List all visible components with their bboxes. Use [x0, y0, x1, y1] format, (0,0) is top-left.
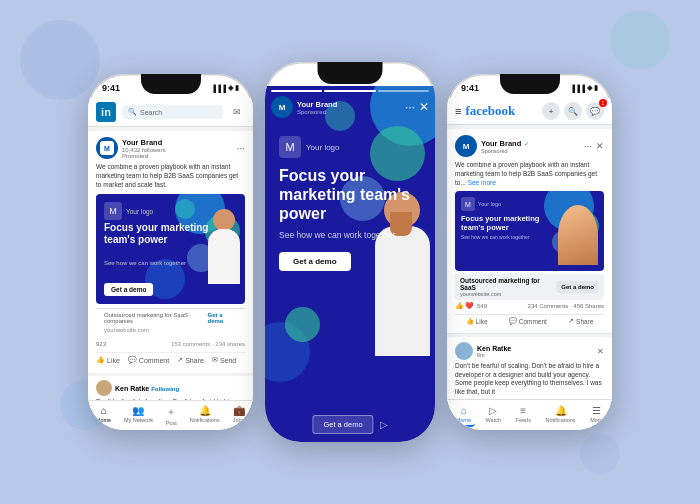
fb-ad-sub: See how we can work together	[461, 234, 558, 240]
fb-see-more[interactable]: See more	[468, 179, 496, 186]
story-logo-box: M	[279, 136, 301, 158]
fb-nav-more[interactable]: ☰ More	[586, 403, 607, 427]
fb-ad-footer: Outsourced marketing for SaaS yourwebsit…	[455, 274, 604, 300]
fb-ad-left: M Your logo Focus your marketing team's …	[461, 197, 558, 265]
fb-comment-action[interactable]: 💬Comment	[509, 317, 547, 325]
wifi-icon-c: ◈	[410, 72, 415, 80]
story-more-icon[interactable]: ···	[405, 100, 415, 114]
fb-header-icons: + 🔍 💬 1	[542, 102, 604, 120]
fb-post-text: We combine a proven playbook with an ins…	[455, 160, 604, 187]
li-send-action[interactable]: ✉Send	[212, 356, 236, 364]
battery-icon-r: ▮	[594, 84, 598, 92]
post-icon: ＋	[166, 405, 176, 419]
li-engagement: 153 comments · 234 shares	[171, 341, 245, 347]
fb-comment-text: Don't be fearful of scaling. Don't be af…	[455, 362, 604, 396]
fb-nav-home[interactable]: ⌂ Home	[452, 403, 475, 427]
li-footer-row: Outsourced marketing for SaaS companies …	[104, 312, 237, 324]
prog-bar-2	[324, 90, 375, 92]
fb-commenter-name: Ken Ratke	[477, 345, 511, 352]
fb-nav-feeds[interactable]: ≡ Feeds	[512, 403, 535, 427]
fb-sponsored: Sponsored	[481, 148, 580, 154]
li-post-header: M Your Brand 10,432 followers Promoted ·…	[96, 137, 245, 159]
story-bottom: Get a demo ▷	[312, 415, 387, 434]
story-cta-button[interactable]: Get a demo	[279, 252, 351, 271]
fb-share-action[interactable]: ↗Share	[568, 317, 593, 325]
fb-watch-icon: ▷	[489, 405, 497, 416]
fb-bell-icon: 🔔	[555, 405, 567, 416]
signal-icon-r: ▐▐▐	[570, 85, 585, 92]
li-comment-action[interactable]: 💬Comment	[128, 356, 169, 364]
fb-ad-cta-button[interactable]: Get a demo	[556, 281, 599, 293]
fb-comments-count: 234 Comments · 456 Shares	[528, 303, 604, 309]
story-close-icon[interactable]: ✕	[419, 100, 429, 114]
fb-messenger-icon[interactable]: 💬 1	[586, 102, 604, 120]
li-brand-avatar: M	[96, 137, 118, 159]
story-content: M Your logo Focus your marketing team's …	[279, 136, 421, 271]
li-sponsored: Promoted	[122, 153, 233, 159]
li-nav-jobs[interactable]: 💼 Jobs	[233, 405, 245, 426]
linkedin-header: in 🔍 Search ✉	[88, 98, 253, 127]
status-time-right: 9:41	[461, 83, 479, 93]
fb-ad-content: M Your logo Focus your marketing team's …	[461, 197, 598, 265]
home-icon: ⌂	[101, 405, 107, 416]
network-icon: 👥	[132, 405, 144, 416]
thumbs-up-react: 👍	[455, 302, 464, 310]
linkedin-screen: in 🔍 Search ✉ M Your Brand	[88, 98, 253, 430]
li-message-icon[interactable]: ✉	[229, 104, 245, 120]
fb-reaction-count: 549	[477, 303, 487, 309]
fb-screen: ≡ facebook + 🔍 💬 1 M	[447, 98, 612, 430]
li-search-bar[interactable]: 🔍 Search	[122, 105, 223, 119]
phone-center: 9:41 ▐▐▐ ◈ ▮ M Your Brand Spons	[265, 62, 435, 442]
li-like-action[interactable]: 👍Like	[96, 356, 120, 364]
story-logo-label: Your logo	[306, 143, 340, 152]
li-post-text: We combine a proven playbook with an ins…	[96, 162, 245, 189]
bell-icon: 🔔	[199, 405, 211, 416]
li-footer-cta[interactable]: Get a demo	[208, 312, 237, 324]
li-reactions: 923 153 comments · 234 shares	[96, 339, 245, 349]
fb-more-options[interactable]: ···	[584, 141, 592, 152]
fb-comment-time: 6m	[477, 352, 511, 358]
fb-nav-notifications[interactable]: 🔔 Notifications	[542, 403, 580, 427]
story-send-icon[interactable]: ▷	[380, 419, 388, 430]
signal-icon: ▐▐▐	[211, 85, 226, 92]
fb-ad-image: M Your logo Focus your marketing team's …	[455, 191, 604, 271]
fb-comment-close-icon[interactable]: ✕	[597, 347, 604, 356]
story-bottom-cta[interactable]: Get a demo	[312, 415, 373, 434]
fb-verified-badge: ✓	[524, 141, 529, 147]
li-nav-notifications[interactable]: 🔔 Notifications	[190, 405, 220, 426]
li-nav-post[interactable]: ＋ Post	[166, 405, 177, 426]
story-logo-area: M Your logo	[279, 136, 421, 158]
story-progress	[271, 90, 429, 92]
fb-search-icon[interactable]: 🔍	[564, 102, 582, 120]
li-post-card: M Your Brand 10,432 followers Promoted ·…	[88, 131, 253, 373]
prog-bar-3	[378, 90, 429, 92]
fb-reactions: 👍 ❤️ 549 234 Comments · 456 Shares	[455, 300, 604, 312]
fb-like-action[interactable]: 👍Like	[466, 317, 488, 325]
fb-close-icon[interactable]: ✕	[596, 141, 604, 151]
story-avatar: M	[271, 96, 293, 118]
ad-logo-area: M Your logo	[104, 202, 153, 220]
li-following-badge: Following	[151, 386, 179, 392]
battery-icon: ▮	[235, 84, 239, 92]
search-placeholder: Search	[140, 109, 162, 116]
li-nav-network[interactable]: 👥 My Network	[124, 405, 153, 426]
story-sub: See how we can work together	[279, 230, 421, 240]
li-share-action[interactable]: ↗Share	[177, 356, 204, 364]
story-header: M Your Brand Sponsored ··· ✕	[271, 96, 429, 118]
li-footer-title: Outsourced marketing for SaaS companies	[104, 312, 208, 324]
fb-logo: facebook	[465, 103, 538, 119]
story-screen: M Your Brand Sponsored ··· ✕	[265, 86, 435, 442]
status-time-center: 9:41	[279, 71, 297, 81]
fb-add-icon[interactable]: +	[542, 102, 560, 120]
fb-ad-logo-text: Your logo	[478, 201, 501, 207]
phone-left: 9:41 ▐▐▐ ◈ ▮ in 🔍 Search ✉	[88, 74, 253, 430]
fb-nav-watch[interactable]: ▷ Watch	[482, 403, 505, 427]
fb-menu-icon[interactable]: ≡	[455, 105, 461, 117]
search-icon: 🔍	[128, 108, 137, 116]
li-nav-home[interactable]: ⌂ Home	[96, 405, 111, 426]
ad-cta-button[interactable]: Get a demo	[104, 283, 153, 296]
fb-ad-person	[558, 205, 598, 265]
fb-header: ≡ facebook + 🔍 💬 1	[447, 98, 612, 125]
li-more-options[interactable]: ···	[237, 143, 245, 154]
story-headline: Focus your marketing team's power	[279, 166, 421, 224]
